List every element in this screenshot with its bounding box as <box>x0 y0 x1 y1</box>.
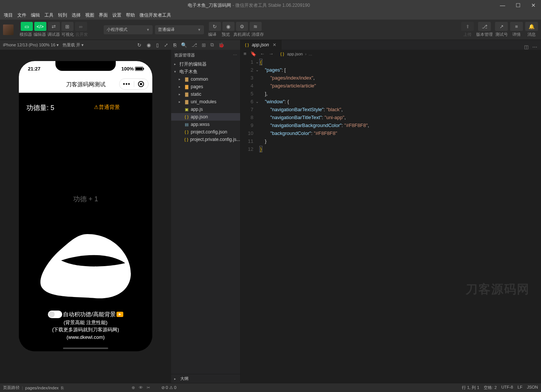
sb-icon-1[interactable]: ⊕ <box>132 385 135 390</box>
page-path[interactable]: pages/index/index <box>25 386 59 390</box>
menu-project[interactable]: 项目 <box>2 12 15 18</box>
upload-button[interactable]: ⬆ <box>461 22 474 31</box>
bug-tab-icon[interactable]: 🐞 <box>218 42 224 48</box>
eol[interactable]: LF <box>518 385 523 390</box>
back-icon[interactable]: ← <box>260 51 265 57</box>
capsule-button[interactable]: ••• <box>119 78 149 90</box>
problems[interactable]: ⊘ 0 ⚠ 0 <box>161 385 176 390</box>
status-bar: 页面路径 | pages/index/index ⎘ ⊕ 👁 ✂ ⊘ 0 ⚠ 0… <box>0 383 541 392</box>
copy-path-icon[interactable]: ⎘ <box>61 386 64 390</box>
folder-common[interactable]: ▸▇common <box>171 75 240 83</box>
menu-goto[interactable]: 转到 <box>56 12 69 18</box>
branch-tab-icon[interactable]: ⎇ <box>192 42 197 48</box>
vip-badge-icon: ▶ <box>116 312 123 317</box>
popout-icon[interactable]: ⤢ <box>164 42 168 48</box>
auto-switch[interactable] <box>48 311 62 318</box>
switch-label: 自动积功德/高能背景 <box>63 310 115 319</box>
status-battery: 100% <box>121 66 143 72</box>
preview-button[interactable]: ◉ <box>222 22 234 31</box>
menu-select[interactable]: 选择 <box>69 12 83 18</box>
mode-label: 小程序模式 <box>107 27 127 32</box>
score-display: 功德量: 5 <box>26 103 54 112</box>
device-icon[interactable]: ▯ <box>156 42 159 48</box>
folder-uni-modules[interactable]: ▸▇uni_modules <box>171 98 240 106</box>
file-app-js[interactable]: ▣app.js <box>171 106 240 113</box>
open-editors-section[interactable]: ▸打开的编辑器 <box>171 60 240 68</box>
path-label: 页面路径 <box>3 385 20 390</box>
file-app-json[interactable]: { }app.json <box>171 113 240 121</box>
details-button[interactable]: ≡ <box>510 22 523 31</box>
menu-help[interactable]: 帮助 <box>124 12 137 18</box>
tab-app-json[interactable]: { } app.json ✕ <box>241 40 282 50</box>
explorer-more-icon[interactable]: ⋯ <box>233 53 237 58</box>
device-selector[interactable]: iPhone 12/13 (Pro) 100% 16 ▾ <box>3 43 59 47</box>
info-line3: (下载更多源码就到刀客源码网) <box>19 326 152 334</box>
folder-static[interactable]: ▸▇static <box>171 90 240 98</box>
folder-pages[interactable]: ▸▇pages <box>171 83 240 90</box>
cursor-position[interactable]: 行 1, 列 1 <box>462 385 479 390</box>
split-editor-icon[interactable]: ◫ <box>524 44 529 50</box>
simulator-button[interactable]: ▭ <box>21 22 33 31</box>
target-icon[interactable] <box>134 81 148 87</box>
ext2-tab-icon[interactable]: ⧉ <box>210 42 214 48</box>
file-app-wxss[interactable]: ▤app.wxss <box>171 121 240 128</box>
indent[interactable]: 空格: 2 <box>484 385 497 390</box>
test-acct-label: 测试号 <box>495 32 508 37</box>
visualize-button[interactable]: ⊞ <box>61 22 74 31</box>
debugger-button[interactable]: ⇄ <box>48 22 60 31</box>
minimize-button[interactable]: — <box>498 2 507 9</box>
menu-interface[interactable]: 界面 <box>97 12 110 18</box>
phone-simulator: 21:27 100% 刀客源码网测试 ••• 功德量: 5 ⚠普通背景 <box>19 61 152 351</box>
outline-section[interactable]: ▸大纲 <box>171 374 240 383</box>
bookmark-icon[interactable]: 🔖 <box>250 51 256 57</box>
menu-settings[interactable]: 设置 <box>110 12 124 18</box>
avatar[interactable] <box>3 24 14 35</box>
forward-icon[interactable]: → <box>269 51 274 57</box>
file-project-config[interactable]: { }project.config.json <box>171 128 240 136</box>
cloud-dev-button[interactable]: ∞ <box>75 22 87 31</box>
menu-dots-icon[interactable]: ••• <box>120 81 134 87</box>
menu-edit[interactable]: 编辑 <box>29 12 42 18</box>
menu-devtools[interactable]: 微信开发者工具 <box>137 12 173 18</box>
version-button[interactable]: ⎇ <box>478 22 491 31</box>
compile-dropdown[interactable]: 普通编译▼ <box>155 25 204 34</box>
ext-tab-icon[interactable]: ⊞ <box>202 42 206 48</box>
search-tab-icon[interactable]: 🔍 <box>181 42 187 48</box>
background-toggle[interactable]: ⚠普通背景 <box>94 104 120 111</box>
sb-icon-3[interactable]: ✂ <box>147 385 150 390</box>
clear-cache-label: 清缓存 <box>251 32 264 37</box>
test-acct-button[interactable]: ↗ <box>495 22 508 31</box>
remote-debug-label: 真机调试 <box>233 32 250 37</box>
menu-view[interactable]: 视图 <box>83 12 97 18</box>
refresh-icon[interactable]: ↻ <box>137 42 141 48</box>
editor-more-icon[interactable]: ⋯ <box>532 44 537 50</box>
close-button[interactable]: ✕ <box>529 2 538 9</box>
encoding[interactable]: UTF-8 <box>501 385 513 390</box>
code-editor[interactable]: 1⌄2⌄3456⌄789101112 { "pages": [ "pages/i… <box>241 58 541 383</box>
tab-close-icon[interactable]: ✕ <box>271 42 278 47</box>
explorer-tab-icon[interactable]: ⎘ <box>173 42 176 48</box>
file-project-private[interactable]: { }project.private.config.js... <box>171 136 240 143</box>
messages-label: 消息 <box>527 32 536 37</box>
nav-title: 刀客源码网测试 <box>66 81 106 88</box>
breadcrumb-file[interactable]: app.json <box>287 52 303 56</box>
sb-icon-2[interactable]: 👁 <box>139 385 143 390</box>
record-icon[interactable]: ◉ <box>147 42 151 48</box>
toggle-panel-icon[interactable]: ≡ <box>244 51 247 57</box>
language[interactable]: JSON <box>527 385 538 390</box>
editor-button[interactable]: </> <box>34 22 46 31</box>
editor-label: 编辑器 <box>34 32 46 37</box>
clear-cache-button[interactable]: ≋ <box>250 22 262 31</box>
messages-button[interactable]: 🔔 <box>525 22 538 31</box>
menu-tools[interactable]: 工具 <box>42 12 56 18</box>
compile-button[interactable]: ↻ <box>209 22 221 31</box>
maximize-button[interactable]: ☐ <box>513 2 523 9</box>
hot-reload[interactable]: 热重载 开 ▾ <box>63 42 84 48</box>
remote-debug-button[interactable]: ⚙ <box>236 22 248 31</box>
menu-file[interactable]: 文件 <box>15 12 29 18</box>
explorer-title: 资源管理器 <box>174 52 195 58</box>
home-indicator <box>63 348 108 349</box>
mode-dropdown[interactable]: 小程序模式▼ <box>104 25 153 34</box>
project-root[interactable]: ▾电子木鱼 <box>171 68 240 75</box>
wooden-fish-icon[interactable] <box>38 232 133 308</box>
